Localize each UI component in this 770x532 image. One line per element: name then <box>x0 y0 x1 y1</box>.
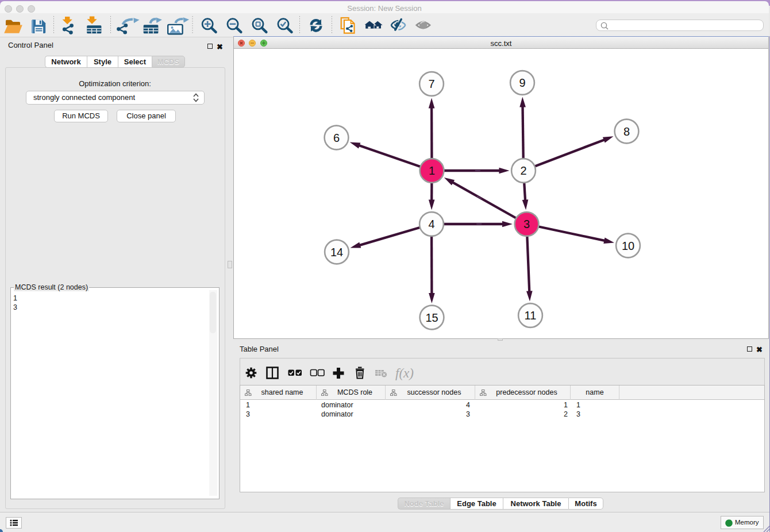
svg-text:11: 11 <box>525 309 537 322</box>
svg-text:1: 1 <box>429 164 435 177</box>
svg-text:8: 8 <box>623 125 630 138</box>
svg-text:10: 10 <box>622 240 634 252</box>
svg-text:f(x): f(x) <box>395 366 414 380</box>
svg-text:15: 15 <box>425 311 438 324</box>
svg-text:9: 9 <box>519 76 525 89</box>
svg-text:6: 6 <box>333 132 340 144</box>
svg-text:4: 4 <box>428 218 434 230</box>
svg-text:2: 2 <box>520 164 526 177</box>
svg-text:14: 14 <box>330 246 343 259</box>
svg-text:7: 7 <box>428 78 434 90</box>
svg-text:3: 3 <box>523 218 530 230</box>
